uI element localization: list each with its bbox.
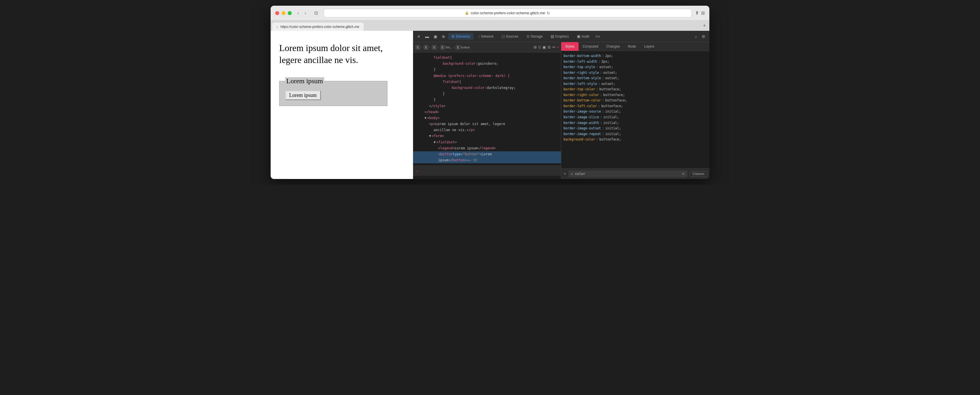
new-tab-button[interactable]: ⊞ <box>701 10 705 16</box>
triangle-icon[interactable]: ▼ <box>425 115 426 121</box>
tab-layers[interactable]: Layers <box>640 42 659 51</box>
prop-value: initial; <box>605 131 621 137</box>
bc-item-5[interactable]: E button <box>455 45 470 49</box>
code-text: darkslategray; <box>487 85 515 91</box>
add-style-button[interactable]: + <box>563 171 566 177</box>
devtools-split-button[interactable]: ▬ <box>423 33 431 40</box>
storage-icon: ⊙ <box>527 34 530 38</box>
bc-tag-4: E <box>440 45 445 49</box>
prop-name: border-image-source <box>563 109 601 115</box>
code-text: fieldset <box>434 55 450 61</box>
style-prop: border-bottom-style : outset; <box>563 75 707 81</box>
browser-tab[interactable]: c https://color-scheme-prefers-color-sch… <box>272 22 364 31</box>
prop-name: border-bottom-style <box>563 75 601 81</box>
html-line: <legend> Lorem ipsum </legend> <box>413 145 561 151</box>
filter-input[interactable] <box>575 172 680 176</box>
html-line: fieldset { <box>413 79 561 85</box>
prop-value: outset; <box>605 75 619 81</box>
tab-storage[interactable]: ⊙ Storage <box>523 33 546 40</box>
devtools-panel: ✕ ▬ ▣ ⊕ ⊞ Elements ↑ Network ◻ Sources ⊙ <box>413 31 710 179</box>
title-bar: ‹ › ⊟ 🔒 color-scheme-prefers-color-schem… <box>270 6 710 21</box>
close-traffic-light[interactable] <box>275 11 279 15</box>
style-prop: border-right-style : outset; <box>563 70 707 76</box>
back-button[interactable]: ‹ <box>295 10 301 17</box>
style-prop: border-image-source : initial; <box>563 109 707 115</box>
tab-bar: c https://color-scheme-prefers-color-sch… <box>270 21 710 31</box>
bc-item-1[interactable]: E <box>415 45 420 49</box>
bc-toolbar: ⊞ ⎙ ▣ ⊟ ✏ ▪ <box>534 45 558 49</box>
tab-elements-label: Elements <box>456 35 470 38</box>
fullscreen-traffic-light[interactable] <box>288 11 292 15</box>
tab-sources[interactable]: ◻ Sources <box>498 33 522 40</box>
html-line: </style> <box>413 103 561 109</box>
page-preview: Lorem ipsum dolor sit amet, legere ancil… <box>270 31 413 179</box>
forward-button[interactable]: › <box>302 10 308 17</box>
code-text: fieldset <box>443 79 459 84</box>
classes-button[interactable]: Classes <box>690 171 707 177</box>
html-line: ancillae ne vis. </p> <box>413 127 561 133</box>
prop-value: initial; <box>605 109 621 115</box>
bc-item-3[interactable]: E <box>432 45 437 49</box>
html-line-selected[interactable]: <button type="button"> Lorem <box>413 151 561 157</box>
prop-name: border-image-slice <box>563 115 599 120</box>
triangle-icon[interactable]: ▼ <box>429 133 431 139</box>
tab-node[interactable]: Node <box>624 42 640 51</box>
filter-clear-button[interactable]: ✕ <box>682 172 685 176</box>
bc-color-button[interactable]: ▪ <box>557 45 558 49</box>
prop-value: buttonface; <box>605 98 627 104</box>
bc-grid2-button[interactable]: ⊟ <box>547 45 551 49</box>
code-text: button <box>453 158 465 163</box>
prop-value: outset; <box>603 70 617 76</box>
tab-changes[interactable]: Changes <box>602 42 624 51</box>
triangle-icon[interactable]: ▼ <box>434 140 436 145</box>
tab-graphics[interactable]: ▨ Graphics <box>547 33 572 40</box>
tab-audit-label: Audit <box>581 35 589 38</box>
bc-label-4: fiel... <box>445 46 452 49</box>
bc-print-button[interactable]: ⎙ <box>538 45 541 49</box>
sidebar-button[interactable]: ⊟ <box>312 9 320 17</box>
reload-button[interactable]: ↻ <box>547 11 550 15</box>
style-prop: border-top-color : buttonface; <box>563 87 707 92</box>
code-text: fieldset <box>438 140 455 145</box>
devtools-toolbar: ✕ ▬ ▣ ⊕ ⊞ Elements ↑ Network ◻ Sources ⊙ <box>413 31 710 42</box>
tab-network-label: Network <box>481 35 494 38</box>
browser-content: Lorem ipsum dolor sit amet, legere ancil… <box>270 31 710 179</box>
more-tabs-button[interactable]: >> <box>594 33 602 40</box>
bc-grid-button[interactable]: ⊞ <box>534 45 537 49</box>
bc-edit-button[interactable]: ✏ <box>552 45 555 49</box>
devtools-search-button[interactable]: ⌕ <box>693 33 699 40</box>
code-text: } <box>443 91 445 97</box>
tab-graphics-label: Graphics <box>555 35 569 38</box>
button-preview[interactable]: Lorem ipsum <box>285 91 321 100</box>
address-bar[interactable]: 🔒 color-scheme-prefers-color-scheme.glit… <box>324 9 692 18</box>
tab-styles[interactable]: Styles <box>561 42 579 51</box>
legend-preview: Lorem ipsum <box>285 77 324 85</box>
tab-audit[interactable]: ▣ Audit <box>573 33 593 40</box>
devtools-dock-button[interactable]: ▣ <box>432 33 439 40</box>
html-line: } <box>413 91 561 97</box>
prop-name-highlighted: border-bottom-color <box>563 98 601 104</box>
bc-item-2[interactable]: E <box>424 45 428 49</box>
devtools-inspect-button[interactable]: ⊕ <box>440 33 447 40</box>
new-tab-plus[interactable]: + <box>700 23 708 29</box>
bc-box-button[interactable]: ▣ <box>542 45 546 49</box>
bc-item-4[interactable]: E fiel... <box>440 45 452 49</box>
tab-elements[interactable]: ⊞ Elements <box>448 33 474 40</box>
devtools-settings-button[interactable]: ⚙ <box>700 33 707 40</box>
code-text: } <box>434 97 436 103</box>
tab-sources-label: Sources <box>506 35 519 38</box>
prop-name: border-left-width <box>563 59 597 65</box>
minimize-traffic-light[interactable] <box>282 11 285 15</box>
styles-panel: Styles Computed Changes Node Layers bord… <box>561 42 710 179</box>
console-input[interactable] <box>420 169 557 173</box>
tab-computed[interactable]: Computed <box>579 42 602 51</box>
prop-name-highlighted: border-right-color <box>563 92 599 98</box>
lock-icon: 🔒 <box>465 11 469 15</box>
devtools-close-button[interactable]: ✕ <box>415 33 422 40</box>
prop-value: initial; <box>603 115 619 120</box>
tab-network[interactable]: ↑ Network <box>475 33 497 40</box>
prop-value: buttonface; <box>600 87 621 92</box>
share-button[interactable]: ⬆ <box>695 10 699 16</box>
prop-value: 2px; <box>605 53 613 59</box>
prop-value: initial; <box>605 126 621 131</box>
